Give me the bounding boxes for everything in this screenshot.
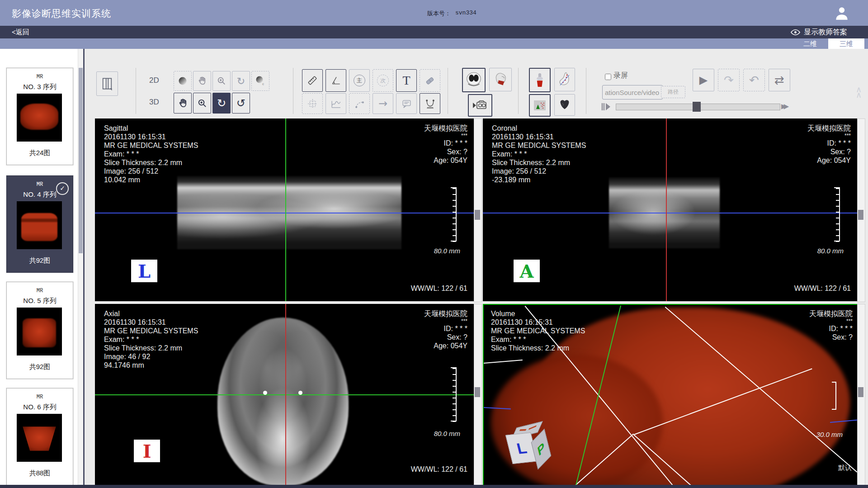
axial-slice-scrollbar[interactable] — [474, 304, 482, 486]
series-card-6[interactable]: MR NO. 6 序列 共88图 — [6, 388, 73, 485]
series-card-5[interactable]: MR NO. 5 序列 共92图 — [6, 282, 73, 379]
volume-orientation-cube[interactable]: L P — [507, 423, 557, 473]
text-annotation-button[interactable]: T — [396, 69, 417, 92]
axial-info-block: Axial 20161130 16:15:31 MR GE MEDICAL SY… — [104, 309, 198, 370]
volume-scrollbar[interactable] — [857, 304, 865, 486]
axial-slice-scrollbar-thumb[interactable] — [475, 387, 480, 397]
viewport-volume[interactable]: Volume 20161130 16:15:31 MR GE MEDICAL S… — [483, 304, 859, 487]
series-thumbnail — [17, 201, 62, 249]
heart-view-button[interactable] — [554, 94, 575, 116]
series-count: 共92图 — [7, 256, 73, 265]
pan-3d-button[interactable] — [174, 93, 192, 114]
series-title: NO. 4 序列 — [7, 190, 73, 199]
curve-measure-tool-button[interactable] — [420, 93, 440, 114]
sagittal-orientation-marker: L — [131, 260, 157, 282]
series-thumbnail — [17, 94, 62, 142]
series-card-3[interactable]: MR NO. 3 序列 共24图 — [6, 68, 73, 165]
sagittal-slice-scrollbar[interactable] — [474, 118, 482, 302]
window-level-2d-button[interactable] — [174, 71, 192, 91]
show-teacher-answer-button[interactable]: 显示教师答案 — [790, 28, 847, 37]
sidebar-scrollbar-thumb[interactable] — [79, 68, 83, 253]
axial-marker-dot-left — [263, 391, 267, 395]
path-button[interactable]: 路径 — [661, 86, 685, 98]
collapse-panel-icon[interactable]: ∧∧ — [856, 87, 862, 98]
series-modality: MR — [7, 74, 73, 80]
series-count: 共92图 — [7, 363, 73, 371]
volume-scale-bracket — [831, 382, 836, 410]
curve-profile-tool-button[interactable] — [326, 93, 346, 114]
viewport-axial[interactable]: Axial 20161130 16:15:31 MR GE MEDICAL SY… — [95, 304, 474, 485]
coronal-slice-scrollbar[interactable] — [857, 118, 865, 302]
sagittal-crosshair-vertical — [285, 118, 286, 301]
slider-step-start-icon[interactable] — [601, 102, 612, 112]
comment-tool-button[interactable] — [396, 93, 417, 114]
swap-direction-button[interactable]: ⇄ — [769, 69, 790, 91]
record-screen-checkbox[interactable] — [605, 74, 611, 80]
series-card-4-selected[interactable]: MR ✓ NO. 4 序列 共92图 — [6, 175, 73, 273]
timeline-slider-handle[interactable] — [693, 102, 701, 112]
roi-main-label: 主 — [354, 75, 365, 86]
version-value: svn334 — [455, 9, 476, 16]
rotate-reset-3d-button[interactable]: ↺ — [232, 93, 250, 114]
mode-2d-label: 2D — [149, 76, 159, 85]
play-button[interactable]: ▶ — [693, 69, 714, 91]
skull-view-button[interactable] — [489, 68, 512, 91]
foot-view-button[interactable] — [554, 68, 575, 91]
panel-divider — [83, 49, 85, 485]
volume-scrollbar-thumb[interactable] — [858, 387, 863, 397]
record-video-button[interactable] — [468, 94, 492, 117]
axial-marker-dot-right — [298, 391, 302, 395]
loop-forward-button[interactable]: ↷ — [718, 69, 740, 91]
arrow-annotation-button[interactable]: → — [373, 93, 393, 114]
roi-secondary-tool-button[interactable]: 次 — [373, 69, 393, 92]
viewport-sagittal[interactable]: Sagittal 20161130 16:15:31 MR GE MEDICAL… — [95, 118, 474, 301]
axial-mr-image — [217, 317, 349, 485]
slider-fast-forward-icon[interactable]: ▶▶ — [781, 102, 786, 110]
rotate-3d-button-active[interactable]: ↻ — [212, 93, 231, 114]
series-thumbnail — [17, 414, 62, 462]
arc-tool-button[interactable] — [349, 93, 370, 114]
tab-2d[interactable]: 二维 — [792, 38, 828, 49]
lung-view-button[interactable] — [462, 68, 486, 92]
viewport-coronal[interactable]: Coronal 20161130 16:15:31 MR GE MEDICAL … — [483, 118, 857, 301]
nav-bar: <返回 显示教师答案 — [0, 26, 868, 38]
coronal-window-label: WW/WL: 122 / 61 — [794, 284, 851, 293]
axial-crosshair-vertical — [285, 304, 286, 485]
series-count: 共88图 — [7, 469, 73, 478]
eraser-tool-button[interactable] — [420, 69, 440, 92]
record-screen-label: 录屏 — [613, 71, 628, 81]
volume-preset-label: 默认 — [838, 463, 852, 472]
angle-tool-button[interactable] — [326, 69, 346, 92]
layout-button[interactable] — [96, 71, 118, 96]
back-button[interactable]: <返回 — [12, 28, 29, 37]
header: 影像诊断思维实训系统 版本号： svn334 — [0, 0, 868, 26]
sidebar-scrollbar[interactable] — [78, 49, 83, 485]
series-modality: MR — [7, 394, 73, 400]
window-reset-2d-button[interactable]: c — [251, 71, 269, 91]
zoom-2d-button[interactable] — [212, 71, 231, 91]
horizontal-scrollbar[interactable] — [0, 485, 868, 488]
show-teacher-answer-label: 显示教师答案 — [804, 28, 847, 37]
loop-backward-button[interactable]: ↶ — [743, 69, 765, 91]
tab-3d[interactable]: 三维 — [828, 38, 864, 49]
zoom-3d-button[interactable] — [193, 93, 211, 114]
pan-2d-button[interactable] — [193, 71, 211, 91]
ruler-tool-button[interactable] — [302, 69, 323, 92]
segmentation-view-button[interactable] — [529, 94, 551, 117]
axial-scale-ruler — [451, 367, 457, 422]
sagittal-info-block: Sagittal 20161130 16:15:31 MR GE MEDICAL… — [104, 124, 198, 184]
coronal-scale-label: 80.0 mm — [817, 247, 844, 255]
eye-icon — [790, 29, 801, 36]
coronal-slice-scrollbar-thumb[interactable] — [858, 210, 863, 220]
series-title: NO. 3 序列 — [7, 83, 73, 91]
rotate-2d-button[interactable]: ↻ — [232, 71, 250, 91]
sagittal-slice-scrollbar-thumb[interactable] — [475, 210, 480, 220]
axial-orientation-marker: I — [134, 440, 160, 462]
video-path-input[interactable] — [602, 85, 663, 99]
cube-right-face: P — [531, 429, 551, 470]
crosshair-box-tool-button[interactable] — [302, 93, 323, 114]
roi-main-tool-button[interactable]: 主 — [349, 69, 370, 92]
user-avatar-icon[interactable] — [835, 6, 849, 20]
volume-info-block: Volume 20161130 16:15:31 MR GE MEDICAL S… — [491, 309, 585, 352]
knee-view-button[interactable] — [529, 68, 551, 92]
